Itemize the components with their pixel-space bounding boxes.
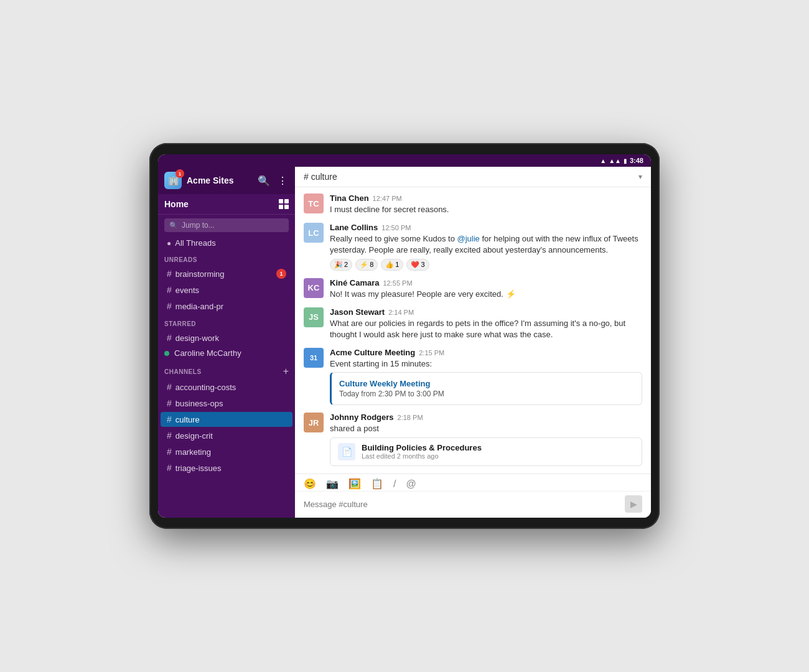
- presence-dot: [164, 351, 169, 356]
- msg-time: 2:18 PM: [398, 414, 423, 421]
- hash-icon: #: [167, 285, 172, 295]
- message-row: JR Johnny Rodgers 2:18 PM shared a post …: [304, 413, 642, 465]
- hash-icon: #: [167, 333, 172, 343]
- message-input[interactable]: [304, 500, 620, 509]
- channel-header-name: # culture: [304, 172, 337, 182]
- sidebar-header: 🏢 1 Acme Sites 🔍 ⋮: [158, 167, 295, 194]
- reaction-item[interactable]: 👍1: [381, 259, 403, 271]
- post-subtitle: Last edited 2 months ago: [362, 452, 482, 460]
- grid-icon: [279, 199, 289, 209]
- home-button[interactable]: Home: [164, 199, 289, 209]
- message-row: KC Kiné Camara 12:55 PM No! It was my pl…: [304, 278, 642, 300]
- at-icon[interactable]: @: [406, 478, 416, 490]
- msg-time: 2:14 PM: [388, 309, 414, 316]
- unreads-section-label: UNREADS: [158, 250, 295, 266]
- message-row: JS Jason Stewart 2:14 PM What are our po…: [304, 307, 642, 340]
- sidebar-item-caroline[interactable]: Caroline McCarthy: [158, 346, 295, 360]
- sidebar-item-business-ops[interactable]: # business-ops: [161, 396, 292, 411]
- msg-author: Johnny Rodgers: [330, 413, 394, 422]
- all-threads-label: All Threads: [175, 238, 216, 248]
- search-button[interactable]: 🔍: [256, 174, 271, 188]
- workspace-notification-badge: 1: [175, 169, 184, 178]
- workspace-name: Acme Sites: [187, 175, 233, 185]
- msg-author: Jason Stewart: [330, 307, 385, 317]
- camera-icon[interactable]: 📷: [326, 478, 339, 490]
- avatar: JS: [304, 307, 324, 327]
- search-box: 🔍: [158, 215, 295, 236]
- sidebar-item-brainstorming[interactable]: # brainstorming 1: [161, 266, 292, 281]
- content-pane: # culture ▾ TC Tina Chen 12:47 PM: [295, 167, 651, 518]
- chevron-down-icon: ▾: [638, 172, 642, 181]
- hash-icon: #: [167, 398, 172, 408]
- message-input-area: 😊 📷 🖼️ 📋 / @ ▶: [295, 474, 651, 518]
- message-input-row: ▶: [295, 492, 651, 518]
- reaction-item[interactable]: ⚡8: [355, 259, 378, 271]
- emoji-icon[interactable]: 😊: [304, 478, 316, 490]
- post-title: Building Policies & Procedures: [362, 443, 482, 452]
- tablet-frame: ▲ ▲▲ ▮ 3:48 🏢 1 Acme Sites: [149, 143, 660, 529]
- reaction-item[interactable]: ❤️3: [406, 259, 429, 271]
- event-card[interactable]: Culture Weekly Meeting Today from 2:30 P…: [330, 372, 642, 405]
- msg-time: 12:47 PM: [373, 195, 402, 202]
- slash-icon[interactable]: /: [393, 478, 396, 490]
- avatar: LC: [304, 223, 324, 243]
- all-threads-row[interactable]: ● All Threads: [158, 236, 295, 250]
- app-container: 🏢 1 Acme Sites 🔍 ⋮ Home: [158, 167, 651, 518]
- sidebar-item-marketing[interactable]: # marketing: [161, 444, 292, 459]
- event-time: Today from 2:30 PM to 3:00 PM: [339, 390, 634, 398]
- workspace-icon: 🏢 1: [164, 172, 182, 189]
- message-row: 31 Acme Culture Meeting 2:15 PM Event st…: [304, 348, 642, 405]
- search-magnifier-icon: 🔍: [169, 222, 178, 230]
- avatar: JR: [304, 413, 324, 432]
- hash-icon: #: [167, 447, 172, 457]
- input-toolbar: 😊 📷 🖼️ 📋 / @: [295, 474, 651, 492]
- status-icons: ▲ ▲▲ ▮ 3:48: [600, 157, 643, 164]
- search-input-wrap[interactable]: 🔍: [164, 218, 289, 232]
- brainstorming-badge: 1: [276, 269, 286, 279]
- sidebar-item-culture[interactable]: # culture: [161, 412, 292, 427]
- tablet-screen: ▲ ▲▲ ▮ 3:48 🏢 1 Acme Sites: [158, 154, 651, 518]
- avatar: 31: [304, 348, 324, 368]
- message-row: LC Lane Collins 12:50 PM Really need to …: [304, 223, 642, 270]
- send-button[interactable]: ▶: [625, 495, 642, 513]
- starred-section-label: STARRED: [158, 314, 295, 330]
- sidebar-item-design-work[interactable]: # design-work: [161, 330, 292, 345]
- msg-author: Kiné Camara: [330, 278, 379, 287]
- message-row: TC Tina Chen 12:47 PM I must decline for…: [304, 194, 642, 215]
- hash-icon: #: [167, 382, 172, 392]
- event-title: Culture Weekly Meeting: [339, 379, 634, 388]
- threads-icon: ●: [167, 239, 171, 248]
- home-section: Home: [158, 194, 295, 215]
- status-time: 3:48: [630, 157, 643, 164]
- sidebar-item-events[interactable]: # events: [161, 282, 292, 297]
- msg-author: Tina Chen: [330, 194, 369, 203]
- msg-text: Really need to give some Kudos to @julie…: [330, 233, 642, 256]
- hash-icon: #: [167, 269, 172, 279]
- channels-section-label: CHANNELS: [164, 368, 202, 375]
- search-input[interactable]: [182, 221, 284, 230]
- sidebar-item-design-crit[interactable]: # design-crit: [161, 428, 292, 443]
- msg-author: Acme Culture Meeting: [330, 348, 415, 357]
- battery-icon: ▮: [624, 157, 627, 164]
- sidebar: 🏢 1 Acme Sites 🔍 ⋮ Home: [158, 167, 295, 518]
- msg-text: shared a post: [330, 423, 642, 434]
- clipboard-icon[interactable]: 📋: [371, 478, 383, 490]
- sidebar-item-media-and-pr[interactable]: # media-and-pr: [161, 299, 292, 314]
- sidebar-item-triage-issues[interactable]: # triage-issues: [161, 460, 292, 475]
- reactions-row: 🎉2 ⚡8 👍1 ❤️3: [330, 259, 642, 271]
- msg-time: 12:55 PM: [383, 279, 412, 287]
- msg-text: What are our policies in regards to pets…: [330, 318, 642, 340]
- mention: @julie: [457, 234, 480, 243]
- image-icon[interactable]: 🖼️: [348, 478, 361, 490]
- sidebar-item-accounting-costs[interactable]: # accounting-costs: [161, 380, 292, 394]
- msg-text: Event starting in 15 minutes:: [330, 358, 642, 370]
- reaction-item[interactable]: 🎉2: [330, 259, 352, 271]
- post-doc-icon: 📄: [338, 443, 355, 460]
- add-channel-button[interactable]: +: [283, 366, 289, 376]
- msg-text: No! It was my pleasure! People are very …: [330, 289, 642, 300]
- wifi-icon: ▲: [600, 157, 606, 164]
- shared-post-card[interactable]: 📄 Building Policies & Procedures Last ed…: [330, 437, 642, 466]
- msg-text: I must decline for secret reasons.: [330, 204, 642, 215]
- status-bar: ▲ ▲▲ ▮ 3:48: [158, 154, 651, 167]
- more-options-button[interactable]: ⋮: [276, 174, 289, 188]
